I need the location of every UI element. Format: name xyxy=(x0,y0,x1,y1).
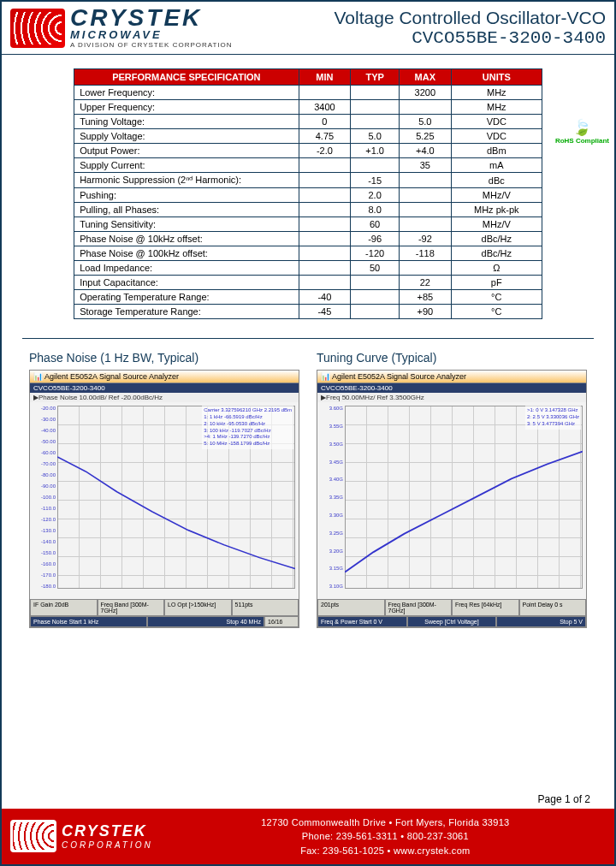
table-row: Tuning Voltage:05.0VDC xyxy=(74,115,542,129)
chart1-yticks: -20.00-30.00-40.00-50.00-60.00-70.00-80.… xyxy=(30,406,56,589)
table-row: Supply Voltage:4.755.05.25VDC xyxy=(74,129,542,144)
chart1-title: Phase Noise (1 Hz BW, Typical) xyxy=(29,351,299,365)
table-row: Supply Current:35mA xyxy=(74,158,542,173)
footer-contact: 12730 Commonwealth Drive • Fort Myers, F… xyxy=(165,816,606,858)
chart1-label: CVCO55BE-3200-3400 xyxy=(30,383,299,393)
col-typ: TYP xyxy=(351,69,400,86)
separator xyxy=(22,338,594,339)
analyzer1: 📊 Agilent E5052A Signal Source Analyzer … xyxy=(29,370,299,628)
spec-table: PERFORMANCE SPECIFICATION MIN TYP MAX UN… xyxy=(74,68,542,319)
chart2-sub: ▶Freq 50.00MHz/ Ref 3.3500GHz xyxy=(317,393,586,402)
wave-icon xyxy=(10,820,56,852)
table-row: Phase Noise @ 10kHz offset:-96-92dBc/Hz xyxy=(74,232,542,246)
table-row: Operating Temperature Range:-40+85°C xyxy=(74,290,542,305)
body: 🍃RoHS Compliant PERFORMANCE SPECIFICATIO… xyxy=(2,55,614,789)
analyzer2: 📊 Agilent E5052A Signal Source Analyzer … xyxy=(317,370,587,628)
footer-logo: CRYSTEK CORPORATION xyxy=(10,820,153,852)
brand-corp: A DIVISION OF CRYSTEK CORPORATION xyxy=(70,41,233,49)
chart2-plot: 3.60G3.55G3.50G3.45G3.40G3.35G3.30G3.25G… xyxy=(317,402,586,599)
table-row: Pushing:2.0MHz/V xyxy=(74,188,542,203)
doc-title: Voltage Controlled Oscillator-VCO CVCO55… xyxy=(241,8,606,48)
table-row: Load Impedance:50Ω xyxy=(74,261,542,276)
wave-icon xyxy=(10,9,65,48)
table-row: Input Capacitance:22pF xyxy=(74,276,542,290)
table-row: Harmonic Suppression (2ⁿᵈ Harmonic):-15d… xyxy=(74,173,542,188)
table-row: Pulling, all Phases:8.0MHz pk-pk xyxy=(74,203,542,217)
chart2-foot1: 201pts Freq Band [300M-7GHz] Freq Res [6… xyxy=(317,599,586,616)
footer-corp: CORPORATION xyxy=(62,840,153,850)
footer-line3: Fax: 239-561-1025 • www.crystek.com xyxy=(165,844,606,858)
chart1-foot2: Phase Noise Start 1 kHz Stop 40 MHz 16/1… xyxy=(30,616,299,627)
brand-name: CRYSTEK xyxy=(70,7,233,28)
col-min: MIN xyxy=(299,69,351,86)
chart-phase-noise: Phase Noise (1 Hz BW, Typical) 📊 Agilent… xyxy=(29,351,299,628)
chart2-curve xyxy=(345,406,583,589)
analyzer1-title: 📊 Agilent E5052A Signal Source Analyzer xyxy=(30,371,299,383)
table-row: Storage Temperature Range:-45+90°C xyxy=(74,305,542,319)
table-row: Phase Noise @ 100kHz offset:-120-118dBc/… xyxy=(74,246,542,261)
chart2-foot2: Freq & Power Start 0 V Sweep [Ctrl Volta… xyxy=(317,616,586,627)
chart2-markers: >1: 0 V 3.147328 GHz 2: 2.5 V 3.330036 G… xyxy=(525,406,581,429)
table-row: Upper Frequency:3400MHz xyxy=(74,100,542,115)
datasheet-page: CRYSTEK MICROWAVE A DIVISION OF CRYSTEK … xyxy=(0,0,616,866)
footer-line1: 12730 Commonwealth Drive • Fort Myers, F… xyxy=(165,816,606,830)
chart1-sub: ▶Phase Noise 10.00dB/ Ref -20.00dBc/Hz xyxy=(30,393,299,402)
brand-sub: MICROWAVE xyxy=(70,28,233,41)
header: CRYSTEK MICROWAVE A DIVISION OF CRYSTEK … xyxy=(2,2,614,55)
chart-tuning-curve: Tuning Curve (Typical) 📊 Agilent E5052A … xyxy=(317,351,587,628)
footer-line2: Phone: 239-561-3311 • 800-237-3061 xyxy=(165,829,606,844)
charts-row: Phase Noise (1 Hz BW, Typical) 📊 Agilent… xyxy=(22,351,594,628)
col-param: PERFORMANCE SPECIFICATION xyxy=(74,69,299,86)
footer: CRYSTEK CORPORATION 12730 Commonwealth D… xyxy=(2,809,614,865)
col-max: MAX xyxy=(399,69,451,86)
table-row: Output Power:-2.0+1.0+4.0dBm xyxy=(74,144,542,158)
rohs-badge: 🍃RoHS Compliant xyxy=(555,118,609,145)
chart1-foot1: IF Gain 20dB Freq Band [300M-7GHz] LO Op… xyxy=(30,599,299,616)
page-number: Page 1 of 2 xyxy=(2,790,614,809)
footer-brand: CRYSTEK xyxy=(62,822,153,840)
col-units: UNITS xyxy=(451,69,542,86)
brand-logo: CRYSTEK MICROWAVE A DIVISION OF CRYSTEK … xyxy=(10,7,233,49)
chart2-yticks: 3.60G3.55G3.50G3.45G3.40G3.35G3.30G3.25G… xyxy=(317,406,343,589)
chart1-plot: -20.00-30.00-40.00-50.00-60.00-70.00-80.… xyxy=(30,402,299,599)
title-line2: CVCO55BE-3200-3400 xyxy=(241,28,606,48)
table-row: Tuning Sensitivity:60MHz/V xyxy=(74,217,542,232)
leaf-icon: 🍃 xyxy=(572,119,591,136)
chart2-title: Tuning Curve (Typical) xyxy=(317,351,587,365)
chart1-markers: Carrier 3.327596210 GHz 2.2195 dBm 1: 1 … xyxy=(202,406,293,449)
title-line1: Voltage Controlled Oscillator-VCO xyxy=(241,8,606,28)
table-row: Lower Frequency:3200MHz xyxy=(74,86,542,100)
chart2-label: CVCO55BE-3200-3400 xyxy=(317,383,586,393)
analyzer2-title: 📊 Agilent E5052A Signal Source Analyzer xyxy=(317,371,586,383)
